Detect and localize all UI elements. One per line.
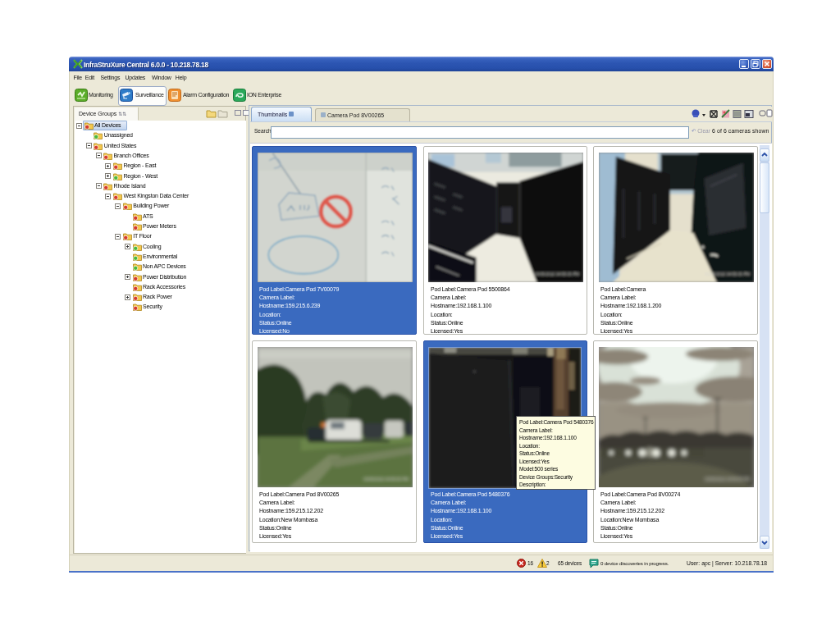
svg-text:03/05/2010 04:55:05 PM: 03/05/2010 04:55:05 PM — [705, 477, 750, 482]
svg-text:03/05/2010 04:55:05 PM: 03/05/2010 04:55:05 PM — [534, 272, 579, 276]
svg-text:03/05/2010 04:55:05 PM: 03/05/2010 04:55:05 PM — [363, 477, 409, 482]
svg-text:03/05/2010 04:55:05 PM: 03/05/2010 04:55:05 PM — [705, 272, 750, 276]
